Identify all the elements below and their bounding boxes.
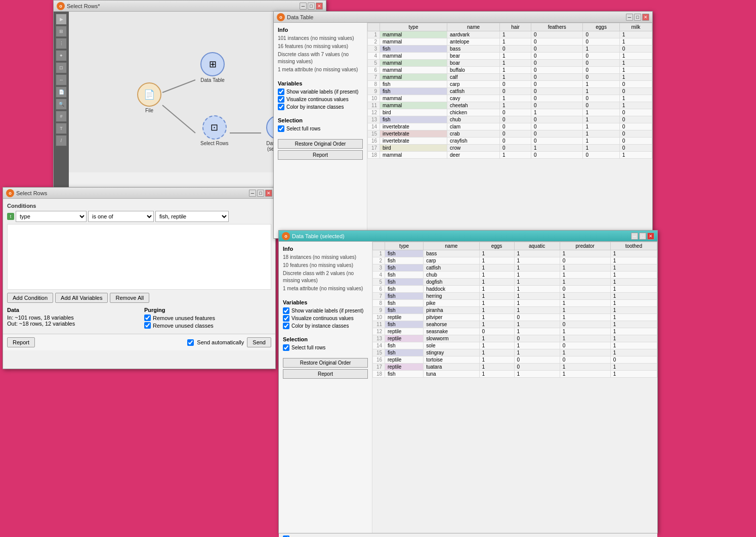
sidebar-star-icon[interactable]: ✦ bbox=[56, 50, 67, 61]
purging-classes-row: Remove unused classes bbox=[144, 322, 271, 329]
dt-minimize-btn[interactable]: ─ bbox=[626, 14, 633, 21]
condition-operator-select[interactable]: is one of bbox=[88, 211, 154, 222]
minimize-btn[interactable]: ─ bbox=[300, 3, 307, 10]
dt-color-check[interactable] bbox=[278, 104, 284, 110]
value-cell: 1 bbox=[479, 321, 514, 328]
sidebar-table-icon[interactable]: ⊞ bbox=[56, 26, 67, 37]
col-eggs[interactable]: eggs bbox=[583, 23, 619, 31]
scol-predator[interactable]: predator bbox=[560, 242, 610, 250]
row-num-cell: 18 bbox=[373, 371, 385, 378]
orange-titlebar: o Select Rows* ─ □ ✕ bbox=[54, 1, 326, 12]
close-btn[interactable]: ✕ bbox=[316, 3, 323, 10]
scol-aquatic[interactable]: aquatic bbox=[514, 242, 560, 250]
value-cell: 1 bbox=[514, 286, 560, 293]
scol-eggs[interactable]: eggs bbox=[479, 242, 514, 250]
sidebar-scatter-icon[interactable]: ⋮ bbox=[56, 38, 67, 49]
value-cell: 1 bbox=[500, 74, 531, 81]
value-cell: 1 bbox=[610, 371, 657, 378]
dt-show-labels-check[interactable] bbox=[278, 88, 284, 95]
row-num-cell: 2 bbox=[368, 38, 380, 46]
value-cell: 1 bbox=[610, 342, 657, 349]
scol-toothed[interactable]: toothed bbox=[610, 242, 657, 250]
col-name[interactable]: name bbox=[447, 23, 500, 31]
condition-value-select[interactable]: fish, reptile bbox=[155, 211, 229, 222]
condition-type-badge: t bbox=[7, 213, 14, 220]
dt-logo: o bbox=[277, 13, 285, 21]
dts-minimize-btn[interactable]: ─ bbox=[631, 233, 638, 240]
dt-restore-btn[interactable]: Restore Original Order bbox=[278, 139, 363, 149]
value-cell: 0 bbox=[560, 257, 610, 264]
name-cell: herring bbox=[424, 293, 479, 300]
send-auto-check[interactable] bbox=[187, 339, 194, 346]
dts-full-rows-check[interactable] bbox=[283, 344, 289, 351]
select-rows-titlebar: o Select Rows ─ □ ✕ bbox=[3, 188, 275, 199]
dt-visualize-check[interactable] bbox=[278, 96, 284, 103]
send-btn[interactable]: Send bbox=[247, 337, 271, 347]
value-cell: 1 bbox=[479, 335, 514, 342]
sidebar-pen-icon[interactable]: / bbox=[56, 135, 67, 146]
value-cell: 1 bbox=[514, 264, 560, 272]
name-cell: antelope bbox=[447, 38, 500, 46]
sidebar-arrow-icon[interactable]: ↔ bbox=[56, 74, 67, 85]
sidebar-text-icon[interactable]: T bbox=[56, 123, 67, 134]
scol-type[interactable]: type bbox=[385, 242, 424, 250]
dt-close-btn[interactable]: ✕ bbox=[642, 14, 649, 21]
dts-close-btn[interactable]: ✕ bbox=[647, 233, 654, 240]
condition-variable-select[interactable]: type bbox=[16, 211, 87, 222]
dts-visualize-check[interactable] bbox=[283, 315, 289, 322]
sr-report-btn[interactable]: Report bbox=[7, 337, 35, 347]
scol-name[interactable]: name bbox=[424, 242, 479, 250]
remove-features-check[interactable] bbox=[144, 315, 151, 321]
sr-close-btn[interactable]: ✕ bbox=[265, 190, 272, 197]
dts-show-labels-check[interactable] bbox=[283, 307, 289, 314]
dts-restore-btn[interactable]: Restore Original Order bbox=[283, 358, 368, 368]
selectrows-node[interactable]: ⊡ Select Rows bbox=[200, 115, 229, 146]
row-num-cell: 11 bbox=[368, 102, 380, 109]
dt-report-btn[interactable]: Report bbox=[278, 150, 363, 160]
datatable-node[interactable]: ⊞ Data Table bbox=[200, 52, 225, 83]
dt-full-rows-check[interactable] bbox=[278, 125, 284, 132]
dts-color-check[interactable] bbox=[283, 323, 289, 329]
sidebar-hash-icon[interactable]: # bbox=[56, 111, 67, 122]
table-row: 4mammalbear1001 bbox=[368, 53, 652, 60]
orange-app-title: Select Rows* bbox=[67, 3, 100, 9]
value-cell: 0 bbox=[514, 314, 560, 321]
value-cell: 0 bbox=[531, 53, 582, 60]
sr-minimize-btn[interactable]: ─ bbox=[249, 190, 256, 197]
value-cell: 0 bbox=[619, 138, 652, 145]
dt-table-area[interactable]: type name hair feathers eggs milk 1mamma… bbox=[367, 23, 652, 238]
sidebar-grid-icon[interactable]: ⊡ bbox=[56, 62, 67, 73]
dts-info-1: 10 features (no missing values) bbox=[283, 262, 368, 269]
value-cell: 0 bbox=[619, 123, 652, 130]
remove-classes-label: Remove unused classes bbox=[153, 323, 214, 329]
value-cell: 0 bbox=[514, 335, 560, 342]
value-cell: 1 bbox=[479, 300, 514, 307]
maximize-btn[interactable]: □ bbox=[308, 3, 315, 10]
name-cell: carp bbox=[447, 81, 500, 88]
add-all-variables-btn[interactable]: Add All Variables bbox=[55, 293, 108, 303]
col-milk[interactable]: milk bbox=[619, 23, 652, 31]
col-hair[interactable]: hair bbox=[500, 23, 531, 31]
table-row: 6fishhaddock1101 bbox=[373, 286, 657, 293]
value-cell: 1 bbox=[583, 88, 619, 95]
sidebar-select-icon[interactable]: ▶ bbox=[56, 14, 67, 25]
dts-report-btn[interactable]: Report bbox=[283, 369, 368, 379]
sidebar-file-icon[interactable]: 📄 bbox=[56, 86, 67, 98]
col-feathers[interactable]: feathers bbox=[531, 23, 582, 31]
dts-maximize-btn[interactable]: □ bbox=[639, 233, 646, 240]
file-node[interactable]: 📄 File bbox=[137, 82, 161, 113]
remove-classes-check[interactable] bbox=[144, 322, 151, 329]
dts-table-area[interactable]: type name eggs aquatic predator toothed … bbox=[372, 242, 657, 533]
value-cell: 0 bbox=[531, 81, 582, 88]
remove-all-btn[interactable]: Remove All bbox=[110, 293, 149, 303]
dt-maximize-btn[interactable]: □ bbox=[634, 14, 641, 21]
value-cell: 0 bbox=[583, 152, 619, 159]
col-type[interactable]: type bbox=[380, 23, 447, 31]
sidebar-search-icon[interactable]: 🔍 bbox=[56, 99, 67, 110]
value-cell: 1 bbox=[610, 321, 657, 328]
col-rownum bbox=[368, 23, 380, 31]
sr-maximize-btn[interactable]: □ bbox=[257, 190, 264, 197]
value-cell: 1 bbox=[610, 250, 657, 257]
add-condition-btn[interactable]: Add Condition bbox=[7, 293, 53, 303]
value-cell: 0 bbox=[619, 46, 652, 53]
